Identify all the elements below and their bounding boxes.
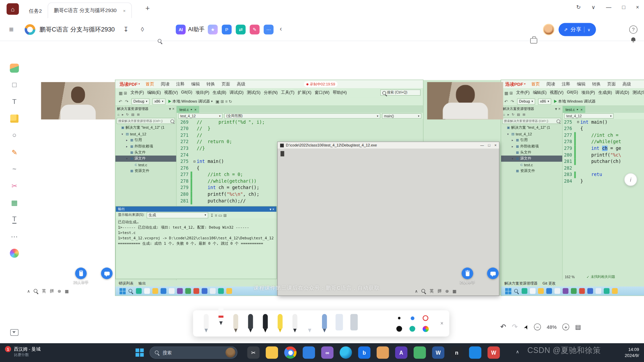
highlight-pen-tool[interactable]: ✎: [7, 145, 21, 159]
vs-search-box[interactable]: 搜索 (Ctrl+Q): [380, 89, 421, 96]
marker-pen[interactable]: [260, 313, 270, 335]
ruler-tool[interactable]: [334, 313, 344, 335]
tree-item[interactable]: ▦资源文件: [115, 168, 176, 174]
tree-item[interactable]: ▣解决方案 "test_4_12" (1: [501, 125, 562, 131]
tree-item[interactable]: Ctest.c: [115, 162, 176, 168]
editor-tab-close-icon[interactable]: ×: [580, 107, 582, 111]
size-dot-large[interactable]: [423, 315, 428, 321]
chat-bubble-icon[interactable]: [487, 267, 498, 279]
taskbar-search-icon[interactable]: [514, 289, 519, 293]
vs-menu-item[interactable]: 调试(D): [615, 90, 629, 96]
code-editor[interactable]: test.c▸× test_4_12▾ 275⊟int main()276{27…: [563, 106, 644, 280]
explorer-toolbar[interactable]: ⌂▸↻▤⊞: [115, 112, 176, 117]
textbox-tool[interactable]: T: [7, 213, 21, 227]
thumbnails-icon[interactable]: ▤: [575, 323, 581, 330]
ime-en[interactable]: 英: [42, 288, 46, 294]
edit-app-icon[interactable]: ✎: [250, 24, 259, 34]
editor-zoom[interactable]: 162 %: [565, 275, 575, 279]
undo-icon[interactable]: ↶: [504, 99, 508, 104]
pdf-menu-item[interactable]: 转换: [592, 81, 601, 87]
editor-tab[interactable]: test.c▸×: [177, 106, 200, 113]
new-tab-button[interactable]: +: [145, 4, 150, 13]
word-icon[interactable]: W: [432, 346, 444, 359]
ime-search-icon[interactable]: [34, 289, 38, 293]
debug-run-button[interactable]: 本地 Windows 调试器▾: [168, 99, 213, 104]
zoom-in-icon[interactable]: +: [562, 323, 570, 330]
file-explorer-icon[interactable]: [266, 346, 278, 359]
vs-menu-item[interactable]: 项目(P): [196, 90, 209, 96]
highlighter-pen[interactable]: [275, 313, 285, 335]
undo-icon[interactable]: ↶: [500, 322, 506, 331]
vs-menu-item[interactable]: 文件(F): [130, 90, 144, 96]
wps-icon[interactable]: W: [487, 346, 500, 359]
sticker-tool[interactable]: [7, 246, 21, 260]
ime-keyboard-icon[interactable]: ▦: [65, 289, 69, 293]
image-tool[interactable]: [7, 61, 21, 75]
adobe-app-icon[interactable]: A: [395, 346, 408, 359]
dark-app-icon[interactable]: n: [450, 346, 463, 359]
scissors-tool[interactable]: ✂: [7, 179, 21, 193]
pdf-menu-item[interactable]: 转换: [206, 81, 215, 87]
vs-menu-item[interactable]: 视图(V): [550, 90, 564, 96]
fineliner-pen[interactable]: [246, 313, 255, 335]
paint-pen[interactable]: [305, 313, 315, 335]
tab-pin-icon[interactable]: ▸: [577, 108, 578, 111]
taskbar-app-icon[interactable]: [571, 288, 577, 294]
taskbar-app-icon[interactable]: [161, 288, 166, 294]
pdf-menu-item[interactable]: 注释: [562, 81, 571, 87]
tree-item[interactable]: ▸▦引用: [115, 137, 176, 143]
color-swatch-black[interactable]: [396, 326, 402, 331]
chat-bubble-icon[interactable]: [101, 267, 112, 279]
tab-close-icon[interactable]: ×: [123, 8, 126, 13]
fountain-pen[interactable]: [216, 306, 226, 327]
taskbar-app-icon[interactable]: [194, 288, 199, 294]
convert-app-icon[interactable]: ⇄: [236, 24, 246, 34]
start-icon[interactable]: [119, 288, 125, 294]
taskbar-app-icon[interactable]: [546, 288, 552, 294]
explorer-close-icon[interactable]: ▾ ×: [555, 107, 561, 111]
tree-item[interactable]: ▸▦外部依赖项: [501, 143, 562, 149]
tree-item[interactable]: ▦头文件: [115, 149, 176, 156]
platform-select[interactable]: x86▾: [538, 98, 551, 104]
taskbar-app-icon[interactable]: [169, 288, 174, 294]
taskbar-app-icon[interactable]: [563, 288, 569, 294]
project-dropdown[interactable]: test_4_12▾: [178, 113, 222, 119]
airbrush-pen[interactable]: [201, 313, 211, 335]
ime-settings-icon[interactable]: ⊛: [58, 289, 61, 293]
pdf-menu-item[interactable]: 高级: [623, 81, 631, 87]
vs-menu-item[interactable]: 调试(D): [229, 90, 243, 96]
share-dropdown-icon[interactable]: ∨: [587, 27, 590, 32]
vs-menu-item[interactable]: 生成(B): [213, 90, 226, 96]
panel-tab[interactable]: Git 更改: [543, 281, 556, 286]
editor-tab-close-icon[interactable]: ×: [194, 107, 196, 111]
vs-menu-item[interactable]: 编辑(E): [533, 90, 547, 96]
pdf-menu-item[interactable]: 首页: [531, 81, 540, 87]
pdf-brand[interactable]: 迅读PDF▾: [119, 81, 140, 87]
brush-pen[interactable]: [290, 313, 300, 335]
console-maximize-icon[interactable]: □: [488, 143, 490, 147]
chevron-down-icon[interactable]: ∨: [591, 4, 595, 10]
explorer-search[interactable]: 搜索解决方案资源管理器 (Ctrl+;): [117, 118, 175, 124]
zoom-out-icon[interactable]: −: [534, 323, 541, 330]
member-dropdown[interactable]: main()▾: [382, 113, 422, 119]
pdf-menu-item[interactable]: 编辑: [577, 81, 586, 87]
tray-chevron-icon[interactable]: ∧: [516, 349, 519, 355]
config-select[interactable]: Debug▾: [131, 98, 150, 104]
vs-menu-item[interactable]: 扩展(X): [298, 90, 312, 96]
taskbar-app-icon[interactable]: [604, 288, 609, 294]
curve-tool[interactable]: ~: [7, 162, 21, 176]
vs-menu-item[interactable]: 生成(B): [598, 90, 612, 96]
ime-collapse-icon[interactable]: ∧: [27, 289, 30, 293]
taskbar-app-icon[interactable]: [144, 288, 150, 294]
start-icon[interactable]: [505, 288, 511, 294]
ime-search-icon[interactable]: [422, 289, 426, 293]
raise-hand-widget[interactable]: 29人举手: [455, 267, 480, 285]
output-toolbar-icons[interactable]: ↧ ≡ ▭ ⊞: [210, 213, 227, 217]
share-button[interactable]: ⇗ 分享 ∨: [558, 23, 596, 36]
tag-icon[interactable]: ◊: [141, 26, 144, 33]
color-wheel[interactable]: [422, 326, 428, 332]
vs-menu-item[interactable]: 窗口(W): [315, 90, 329, 96]
search-icon[interactable]: [158, 39, 162, 43]
tree-item[interactable]: ▾▦源文件: [115, 156, 176, 162]
explorer-close-icon[interactable]: ▾ ×: [169, 107, 175, 111]
